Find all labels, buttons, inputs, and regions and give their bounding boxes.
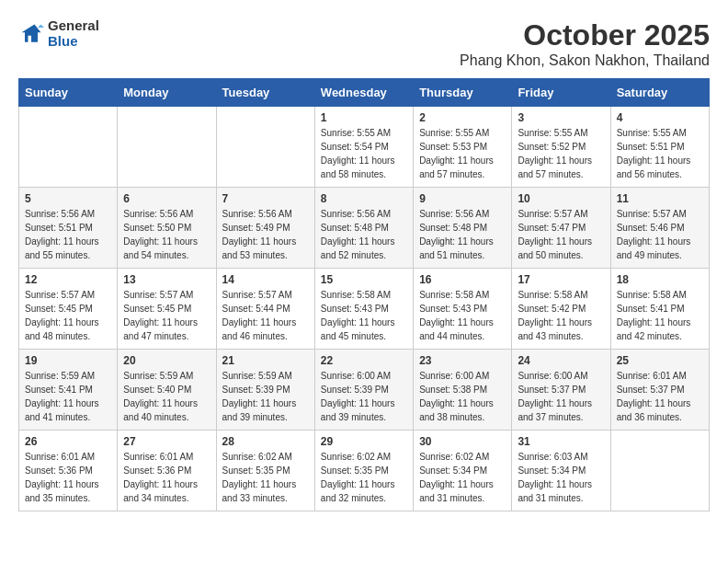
calendar-cell: 12Sunrise: 5:57 AMSunset: 5:45 PMDayligh… — [19, 269, 118, 350]
calendar-cell: 16Sunrise: 5:58 AMSunset: 5:43 PMDayligh… — [414, 269, 512, 350]
day-number: 3 — [518, 111, 604, 124]
day-number: 10 — [518, 192, 604, 205]
day-info: Sunrise: 5:55 AMSunset: 5:54 PMDaylight:… — [321, 126, 407, 181]
weekday-header: Tuesday — [216, 79, 314, 107]
day-info: Sunrise: 5:56 AMSunset: 5:48 PMDaylight:… — [321, 207, 407, 262]
day-number: 17 — [518, 273, 604, 286]
day-info: Sunrise: 5:55 AMSunset: 5:53 PMDaylight:… — [419, 126, 506, 181]
calendar-week-row: 12Sunrise: 5:57 AMSunset: 5:45 PMDayligh… — [19, 269, 710, 350]
day-info: Sunrise: 6:00 AMSunset: 5:37 PMDaylight:… — [518, 369, 604, 424]
calendar-cell: 2Sunrise: 5:55 AMSunset: 5:53 PMDaylight… — [414, 107, 512, 188]
svg-marker-0 — [22, 24, 41, 41]
day-number: 23 — [419, 354, 506, 367]
calendar-header: SundayMondayTuesdayWednesdayThursdayFrid… — [19, 79, 710, 107]
calendar-cell: 10Sunrise: 5:57 AMSunset: 5:47 PMDayligh… — [512, 188, 610, 269]
calendar-cell: 31Sunrise: 6:03 AMSunset: 5:34 PMDayligh… — [512, 431, 610, 511]
calendar-cell: 24Sunrise: 6:00 AMSunset: 5:37 PMDayligh… — [512, 350, 610, 431]
calendar-cell: 9Sunrise: 5:56 AMSunset: 5:48 PMDaylight… — [414, 188, 512, 269]
day-number: 15 — [321, 273, 407, 286]
calendar-week-row: 26Sunrise: 6:01 AMSunset: 5:36 PMDayligh… — [19, 431, 710, 511]
calendar-cell: 23Sunrise: 6:00 AMSunset: 5:38 PMDayligh… — [414, 350, 512, 431]
calendar-week-row: 1Sunrise: 5:55 AMSunset: 5:54 PMDaylight… — [19, 107, 710, 188]
day-info: Sunrise: 6:00 AMSunset: 5:39 PMDaylight:… — [321, 369, 407, 424]
calendar-cell: 22Sunrise: 6:00 AMSunset: 5:39 PMDayligh… — [314, 350, 413, 431]
logo-general-text: General — [48, 18, 99, 34]
day-info: Sunrise: 5:58 AMSunset: 5:42 PMDaylight:… — [518, 288, 604, 343]
day-number: 8 — [321, 192, 407, 205]
day-number: 7 — [222, 192, 309, 205]
day-number: 21 — [222, 354, 309, 367]
day-info: Sunrise: 5:59 AMSunset: 5:39 PMDaylight:… — [222, 369, 309, 424]
day-number: 9 — [419, 192, 506, 205]
day-number: 25 — [617, 354, 703, 367]
day-number: 4 — [617, 111, 703, 124]
calendar-cell — [19, 107, 118, 188]
calendar-cell: 25Sunrise: 6:01 AMSunset: 5:37 PMDayligh… — [610, 350, 709, 431]
day-info: Sunrise: 5:56 AMSunset: 5:51 PMDaylight:… — [25, 207, 111, 262]
calendar-cell — [216, 107, 314, 188]
day-info: Sunrise: 6:01 AMSunset: 5:37 PMDaylight:… — [617, 369, 703, 424]
day-number: 11 — [617, 192, 703, 205]
day-info: Sunrise: 5:58 AMSunset: 5:41 PMDaylight:… — [617, 288, 703, 343]
day-info: Sunrise: 5:59 AMSunset: 5:40 PMDaylight:… — [123, 369, 210, 424]
day-info: Sunrise: 5:57 AMSunset: 5:45 PMDaylight:… — [25, 288, 111, 343]
weekday-header: Monday — [118, 79, 216, 107]
day-number: 19 — [25, 354, 111, 367]
calendar-week-row: 5Sunrise: 5:56 AMSunset: 5:51 PMDaylight… — [19, 188, 710, 269]
calendar-cell: 14Sunrise: 5:57 AMSunset: 5:44 PMDayligh… — [216, 269, 314, 350]
day-info: Sunrise: 5:59 AMSunset: 5:41 PMDaylight:… — [25, 369, 111, 424]
weekday-header: Saturday — [610, 79, 709, 107]
logo-text: General Blue — [48, 18, 99, 49]
day-info: Sunrise: 6:02 AMSunset: 5:34 PMDaylight:… — [419, 450, 506, 505]
calendar-cell — [118, 107, 216, 188]
weekday-header: Wednesday — [314, 79, 413, 107]
calendar-body: 1Sunrise: 5:55 AMSunset: 5:54 PMDaylight… — [19, 107, 710, 511]
svg-marker-1 — [38, 24, 44, 28]
day-info: Sunrise: 6:01 AMSunset: 5:36 PMDaylight:… — [25, 450, 111, 505]
calendar-cell: 15Sunrise: 5:58 AMSunset: 5:43 PMDayligh… — [314, 269, 413, 350]
day-number: 18 — [617, 273, 703, 286]
calendar-cell: 7Sunrise: 5:56 AMSunset: 5:49 PMDaylight… — [216, 188, 314, 269]
calendar-week-row: 19Sunrise: 5:59 AMSunset: 5:41 PMDayligh… — [19, 350, 710, 431]
calendar-cell: 30Sunrise: 6:02 AMSunset: 5:34 PMDayligh… — [414, 431, 512, 511]
calendar-cell: 3Sunrise: 5:55 AMSunset: 5:52 PMDaylight… — [512, 107, 610, 188]
calendar-cell — [610, 431, 709, 511]
day-info: Sunrise: 5:57 AMSunset: 5:45 PMDaylight:… — [123, 288, 210, 343]
logo-icon — [18, 21, 44, 47]
day-info: Sunrise: 5:57 AMSunset: 5:47 PMDaylight:… — [518, 207, 604, 262]
calendar-cell: 18Sunrise: 5:58 AMSunset: 5:41 PMDayligh… — [610, 269, 709, 350]
day-number: 22 — [321, 354, 407, 367]
weekday-header: Thursday — [414, 79, 512, 107]
calendar-cell: 27Sunrise: 6:01 AMSunset: 5:36 PMDayligh… — [118, 431, 216, 511]
calendar-cell: 28Sunrise: 6:02 AMSunset: 5:35 PMDayligh… — [216, 431, 314, 511]
day-number: 6 — [123, 192, 210, 205]
weekday-row: SundayMondayTuesdayWednesdayThursdayFrid… — [19, 79, 710, 107]
day-info: Sunrise: 6:02 AMSunset: 5:35 PMDaylight:… — [321, 450, 407, 505]
day-number: 31 — [518, 435, 604, 448]
day-info: Sunrise: 5:56 AMSunset: 5:50 PMDaylight:… — [123, 207, 210, 262]
location-title: Phang Khon, Sakon Nakhon, Thailand — [460, 52, 710, 69]
calendar-cell: 26Sunrise: 6:01 AMSunset: 5:36 PMDayligh… — [19, 431, 118, 511]
day-number: 28 — [222, 435, 309, 448]
calendar-cell: 20Sunrise: 5:59 AMSunset: 5:40 PMDayligh… — [118, 350, 216, 431]
calendar-cell: 29Sunrise: 6:02 AMSunset: 5:35 PMDayligh… — [314, 431, 413, 511]
day-info: Sunrise: 5:58 AMSunset: 5:43 PMDaylight:… — [419, 288, 506, 343]
month-title: October 2025 — [460, 18, 710, 52]
day-number: 14 — [222, 273, 309, 286]
calendar-cell: 5Sunrise: 5:56 AMSunset: 5:51 PMDaylight… — [19, 188, 118, 269]
day-number: 24 — [518, 354, 604, 367]
day-number: 27 — [123, 435, 210, 448]
day-info: Sunrise: 6:01 AMSunset: 5:36 PMDaylight:… — [123, 450, 210, 505]
weekday-header: Friday — [512, 79, 610, 107]
weekday-header: Sunday — [19, 79, 118, 107]
day-info: Sunrise: 5:57 AMSunset: 5:44 PMDaylight:… — [222, 288, 309, 343]
logo-blue-text: Blue — [48, 34, 99, 50]
calendar-cell: 19Sunrise: 5:59 AMSunset: 5:41 PMDayligh… — [19, 350, 118, 431]
day-number: 5 — [25, 192, 111, 205]
day-number: 12 — [25, 273, 111, 286]
day-info: Sunrise: 5:55 AMSunset: 5:52 PMDaylight:… — [518, 126, 604, 181]
day-number: 26 — [25, 435, 111, 448]
day-number: 1 — [321, 111, 407, 124]
day-info: Sunrise: 5:57 AMSunset: 5:46 PMDaylight:… — [617, 207, 703, 262]
page-header: General Blue October 2025 Phang Khon, Sa… — [18, 18, 710, 69]
